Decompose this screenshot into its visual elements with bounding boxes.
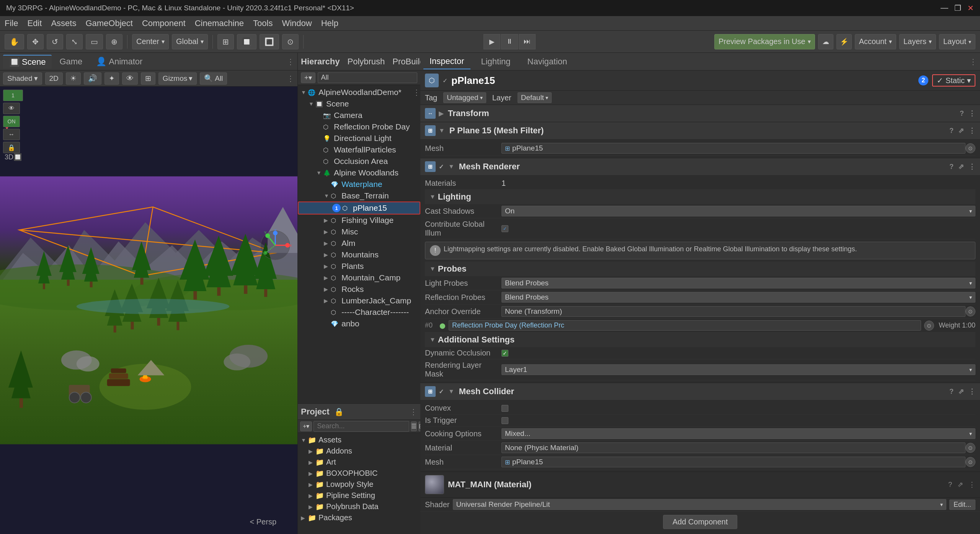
mesh-collider-checkbox[interactable]: ✓ <box>439 388 444 395</box>
convex-checkbox[interactable] <box>501 405 508 412</box>
rotate-tool-button[interactable]: ↺ <box>47 34 63 49</box>
additional-settings-header[interactable]: ▼ Additional Settings <box>425 333 975 347</box>
mesh-filter-header[interactable]: ⊞ ▼ P Plane 15 (Mesh Filter) ? ⇗ ⋮ <box>420 122 980 139</box>
mesh-renderer-checkbox[interactable]: ✓ <box>439 163 444 170</box>
tree-item-waterfall[interactable]: ⬡ WaterfallParticles <box>298 144 420 156</box>
gizmos-dropdown[interactable]: Gizmos▾ <box>158 72 197 85</box>
transform-tool-button[interactable]: ⊕ <box>106 34 122 49</box>
mesh-renderer-help[interactable]: ? <box>949 163 954 171</box>
tab-animator[interactable]: 👤 Animator <box>90 55 149 69</box>
layer-dropdown[interactable]: Default <box>518 92 552 103</box>
hidden-toggle[interactable]: 👁 <box>122 72 138 85</box>
contribute-gi-checkbox[interactable] <box>501 225 508 232</box>
scale-tool-button[interactable]: ⤡ <box>66 34 83 49</box>
tree-item-misc[interactable]: ▶ ⬡ Misc <box>298 226 420 238</box>
tree-item-reflection-probe-day[interactable]: ⬡ Reflection Probe Day <box>298 121 420 133</box>
proj-packages-folder[interactable]: ▶ 📁 Packages <box>298 512 420 523</box>
project-view-toggle[interactable]: ☰ <box>411 421 417 431</box>
layers-dropdown[interactable]: Layers <box>899 34 936 49</box>
global-dropdown[interactable]: Global <box>172 34 208 49</box>
cooking-options-dropdown[interactable]: Mixed... <box>501 428 975 439</box>
shading-dropdown[interactable]: Shaded▾ <box>3 72 42 85</box>
polybrush-tab[interactable]: Polybrush <box>348 57 385 67</box>
2d-button[interactable]: 2D <box>45 72 63 85</box>
reflection-probes-dropdown[interactable]: Blend Probes <box>501 292 975 303</box>
menu-gameobject[interactable]: GameObject <box>85 18 133 28</box>
tree-item-directional-light[interactable]: 💡 Directional Light <box>298 133 420 144</box>
tree-item-mountains[interactable]: ▶ ⬡ Mountains <box>298 249 420 260</box>
rect-tool-button[interactable]: ▭ <box>86 34 103 49</box>
object-checkbox[interactable]: ✓ <box>443 77 448 84</box>
probe-select-btn[interactable]: ⊙ <box>924 321 934 331</box>
hand-tool-button[interactable]: ✋ <box>5 34 24 49</box>
transform-help[interactable]: ? <box>960 110 964 118</box>
tree-item-occlusion-area[interactable]: ⬡ Occlusion Area <box>298 156 420 167</box>
shader-dropdown[interactable]: Universal Render Pipeline/Lit <box>453 499 946 510</box>
mesh-collider-help[interactable]: ? <box>949 388 954 396</box>
probe-ref-field[interactable]: Reflection Probe Day (Reflection Prc <box>449 320 921 331</box>
anchor-field[interactable]: None (Transform) <box>501 306 965 317</box>
hierarchy-search-input[interactable] <box>318 72 417 83</box>
tag-dropdown[interactable]: Untagged <box>443 92 486 103</box>
mesh-filter-icon-link[interactable]: ⇗ <box>958 126 964 135</box>
project-lock-icon[interactable]: 🔒 <box>334 407 344 416</box>
transform-settings[interactable]: ⋮ <box>969 109 975 118</box>
menu-assets[interactable]: Assets <box>51 18 76 28</box>
tab-lighting[interactable]: Lighting <box>475 54 517 69</box>
mesh-renderer-settings[interactable]: ⋮ <box>969 162 975 171</box>
edit-shader-button[interactable]: Edit... <box>949 500 975 510</box>
minimize-button[interactable]: — <box>941 3 948 13</box>
tree-item-camera[interactable]: 📷 Camera <box>298 110 420 121</box>
collider-mesh-select[interactable]: ⊙ <box>965 457 975 467</box>
account-dropdown[interactable]: Account <box>855 34 896 49</box>
rendering-layer-dropdown[interactable]: Layer1 <box>501 364 975 375</box>
mesh-select-btn[interactable]: ⊙ <box>965 143 975 153</box>
tree-item-character[interactable]: ⬡ -----Character------- <box>298 306 420 318</box>
cloud-button[interactable]: ☁ <box>818 34 833 49</box>
static-badge[interactable]: ✓ Static ▾ <box>932 74 975 87</box>
tree-item-mountain-camp[interactable]: ▶ ⬡ Mountain_Camp <box>298 272 420 283</box>
project-add-button[interactable]: +▾ <box>300 421 312 431</box>
scene-search[interactable]: 🔍 All <box>200 72 227 85</box>
proj-boxophobic-folder[interactable]: ▶ 📁 BOXOPHOBIC <box>298 468 420 479</box>
scene-viewport[interactable]: Z X Y X Y Z 3D🔲 <box>0 87 297 534</box>
tab-inspector[interactable]: Inspector <box>423 54 470 69</box>
scene-tab-more[interactable]: ⋮ <box>287 57 294 66</box>
light-probes-dropdown[interactable]: Blend Probes <box>501 278 975 288</box>
menu-component[interactable]: Component <box>142 18 186 28</box>
close-button[interactable]: ✕ <box>967 3 974 13</box>
menu-cinemachine[interactable]: Cinemachine <box>195 18 244 28</box>
proj-lowpoly-folder[interactable]: ▶ 📁 Lowpoly Style <box>298 479 420 490</box>
on-button[interactable]: ON <box>3 116 20 127</box>
tree-item-alm[interactable]: ▶ ⬡ Alm <box>298 238 420 249</box>
center-dropdown[interactable]: Center <box>132 34 169 49</box>
pause-button[interactable]: ⏸ <box>501 34 518 49</box>
tree-item-waterplane[interactable]: 💎 Waterplane <box>298 179 420 190</box>
grid-snap-button[interactable]: ⊞ <box>217 34 234 49</box>
move-overlay-btn[interactable]: ↔ <box>3 129 20 140</box>
static-dropdown-arrow[interactable]: ▾ <box>967 76 971 85</box>
tree-item-lumberjack-camp[interactable]: ▶ ⬡ LumberJack_Camp <box>298 295 420 306</box>
gizmo-tool-3[interactable]: ⊙ <box>282 34 299 49</box>
tree-item-pplane15[interactable]: 1 ⬡ pPlane15 <box>298 201 420 215</box>
proj-assets-folder[interactable]: ▼ 📁 Assets <box>298 434 420 446</box>
collab-button[interactable]: ⚡ <box>836 34 852 49</box>
is-trigger-checkbox[interactable] <box>501 417 508 424</box>
inspector-more[interactable]: ⋮ <box>969 57 977 66</box>
lock-overlay-btn[interactable]: 🔒 <box>3 142 20 153</box>
mesh-field[interactable]: ⊞ pPlane15 <box>501 143 965 154</box>
dynamic-occlusion-checkbox[interactable] <box>501 350 508 357</box>
material-link[interactable]: ⇗ <box>957 480 963 489</box>
tree-item-rocks[interactable]: ▶ ⬡ Rocks <box>298 283 420 295</box>
cast-shadows-dropdown[interactable]: On <box>501 206 975 216</box>
hierarchy-add-button[interactable]: +▾ <box>301 72 315 83</box>
collider-material-field[interactable]: None (Physic Material) <box>501 442 965 453</box>
step-button[interactable]: ⏭ <box>519 34 536 49</box>
material-help[interactable]: ? <box>948 481 952 489</box>
probes-section-header[interactable]: ▼ Probes <box>425 262 975 276</box>
tab-game[interactable]: Game <box>53 55 88 69</box>
audio-toggle[interactable]: 🔊 <box>84 72 101 85</box>
menu-edit[interactable]: Edit <box>27 18 42 28</box>
tab-navigation[interactable]: Navigation <box>521 54 573 69</box>
mesh-collider-link[interactable]: ⇗ <box>958 387 964 396</box>
